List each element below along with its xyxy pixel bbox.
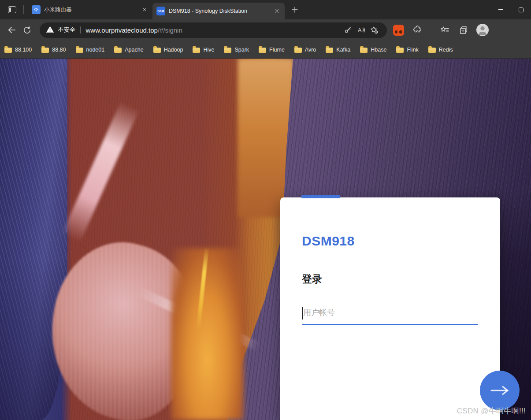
wifi-router-icon bbox=[32, 5, 41, 14]
bookmark-label: Flume bbox=[269, 47, 285, 53]
new-tab-button[interactable] bbox=[288, 3, 301, 16]
bookmark-item[interactable]: Hadoop bbox=[153, 47, 183, 53]
url-path: /#/signin bbox=[158, 26, 182, 34]
username-input[interactable] bbox=[302, 301, 478, 324]
folder-icon bbox=[224, 48, 231, 53]
bookmark-label: Hadoop bbox=[164, 47, 183, 53]
add-favorite-star-icon[interactable] bbox=[368, 23, 381, 37]
folder-icon bbox=[41, 48, 49, 53]
tab-strip: 小米路由器 DSM DSM918 - Synology DiskStation bbox=[0, 0, 531, 19]
card-tab-indicator bbox=[301, 195, 340, 198]
svg-text:A: A bbox=[357, 26, 361, 33]
avatar-icon bbox=[476, 24, 489, 36]
folder-icon bbox=[4, 48, 12, 53]
folder-icon bbox=[114, 48, 122, 53]
dsm-brand-title: DSM918 bbox=[302, 234, 355, 249]
csdn-watermark: CSDN @牛啊牛啊!!! bbox=[457, 406, 526, 416]
tab-actions-button[interactable] bbox=[4, 3, 19, 17]
bookmark-item[interactable]: Flink bbox=[396, 47, 418, 53]
bookmark-label: Spark bbox=[234, 47, 249, 53]
collections-button[interactable] bbox=[456, 22, 471, 37]
window-controls bbox=[490, 0, 531, 19]
bookmark-label: Hbase bbox=[371, 47, 386, 53]
folder-icon bbox=[396, 48, 404, 53]
login-card: DSM918 登录 bbox=[280, 197, 500, 420]
page-content: DSM918 登录 CSDN @牛啊牛啊!!! bbox=[0, 59, 531, 420]
bookmarks-bar: 88.100 88.80 node01 Apache Hadoop Hive S… bbox=[0, 41, 531, 59]
security-label: 不安全 bbox=[58, 26, 76, 34]
minimize-icon bbox=[498, 9, 503, 10]
bookmark-item[interactable]: Hbase bbox=[360, 47, 386, 53]
bookmark-item[interactable]: 88.100 bbox=[4, 47, 32, 53]
bookmark-label: Hive bbox=[203, 47, 214, 53]
signin-heading: 登录 bbox=[302, 272, 322, 286]
bookmark-label: Flink bbox=[407, 47, 418, 53]
tab-xiaomi-router[interactable]: 小米路由器 bbox=[28, 2, 152, 17]
refresh-button[interactable] bbox=[19, 22, 34, 37]
read-aloud-icon[interactable]: A bbox=[354, 23, 368, 37]
dsm-favicon: DSM bbox=[156, 7, 165, 15]
folder-icon bbox=[259, 48, 266, 53]
folder-icon bbox=[326, 48, 333, 53]
folder-icon bbox=[428, 48, 436, 53]
bookmark-item[interactable]: 88.80 bbox=[41, 47, 66, 53]
url-host: www.ourprivatecloud.top bbox=[86, 26, 158, 34]
bookmark-label: Redis bbox=[439, 47, 453, 53]
bookmark-item[interactable]: Redis bbox=[428, 47, 453, 53]
bookmark-item[interactable]: Spark bbox=[224, 47, 249, 53]
not-secure-warning-icon[interactable] bbox=[46, 25, 54, 35]
folder-icon bbox=[76, 48, 83, 53]
folder-icon bbox=[193, 48, 200, 53]
orange-extension-button[interactable] bbox=[391, 22, 406, 37]
bookmark-label: node01 bbox=[86, 47, 105, 53]
canyon-orange-glow bbox=[171, 248, 244, 420]
bookmark-item[interactable]: Hive bbox=[193, 47, 214, 53]
maximize-button[interactable] bbox=[511, 0, 531, 19]
navigation-toolbar: 不安全 www.ourprivatecloud.top/#/signin A bbox=[0, 19, 531, 41]
address-bar[interactable]: 不安全 www.ourprivatecloud.top/#/signin A bbox=[40, 22, 387, 38]
tab-dsm918[interactable]: DSM DSM918 - Synology DiskStation bbox=[152, 3, 285, 19]
arrow-right-icon bbox=[490, 385, 510, 396]
bookmark-label: Kafka bbox=[336, 47, 350, 53]
bookmark-item[interactable]: Avro bbox=[294, 47, 316, 53]
folder-icon bbox=[153, 48, 161, 53]
bookmark-item[interactable]: Flume bbox=[259, 47, 285, 53]
bookmark-label: 88.80 bbox=[52, 47, 66, 53]
bookmark-item[interactable]: node01 bbox=[76, 47, 105, 53]
password-key-icon[interactable] bbox=[341, 23, 354, 37]
browser-window: 小米路由器 DSM DSM918 - Synology DiskStation bbox=[0, 0, 531, 420]
orange-extension-icon bbox=[393, 25, 404, 36]
maximize-icon bbox=[519, 7, 524, 12]
tab-actions-icon bbox=[8, 6, 16, 13]
divider bbox=[23, 5, 24, 14]
extensions-puzzle-button[interactable] bbox=[410, 22, 425, 37]
close-tab-icon[interactable] bbox=[141, 6, 149, 14]
tab-title: DSM918 - Synology DiskStation bbox=[169, 8, 269, 14]
close-tab-icon[interactable] bbox=[273, 7, 281, 15]
minimize-button[interactable] bbox=[490, 0, 511, 19]
bookmark-label: 88.100 bbox=[15, 47, 32, 53]
folder-icon bbox=[294, 48, 302, 53]
bookmark-label: Avro bbox=[305, 47, 316, 53]
divider bbox=[80, 26, 81, 33]
bookmark-item[interactable]: Kafka bbox=[326, 47, 350, 53]
text-caret bbox=[302, 307, 303, 320]
bookmark-label: Apache bbox=[125, 47, 143, 53]
signin-next-button[interactable] bbox=[480, 371, 520, 410]
bookmark-item[interactable]: Apache bbox=[114, 47, 143, 53]
tab-title: 小米路由器 bbox=[44, 6, 137, 14]
canyon-blue-wall bbox=[0, 59, 67, 420]
divider bbox=[429, 26, 429, 34]
back-button[interactable] bbox=[4, 22, 19, 37]
favorites-button[interactable] bbox=[437, 22, 452, 37]
username-field-wrap bbox=[302, 301, 478, 325]
folder-icon bbox=[360, 48, 368, 53]
profile-avatar[interactable] bbox=[475, 22, 490, 37]
